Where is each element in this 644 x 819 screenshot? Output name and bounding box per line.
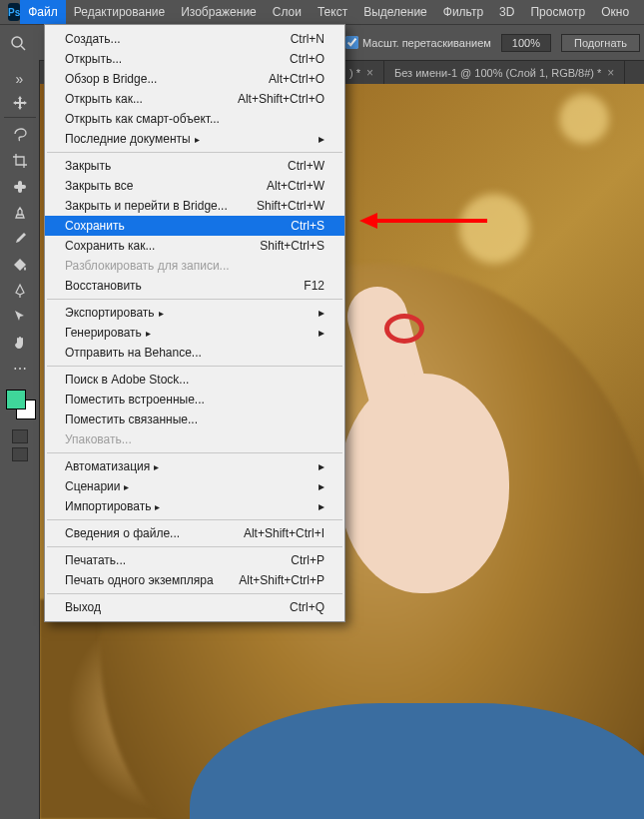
chevron-right-icon: ▸ — [319, 132, 324, 146]
menu-item[interactable]: Сведения о файле...Alt+Shift+Ctrl+I — [45, 523, 344, 543]
menu-separator — [47, 366, 342, 367]
chevron-right-icon: ▸ — [319, 306, 324, 320]
lasso-tool[interactable] — [4, 122, 36, 148]
menu-item-label: Экспортировать — [65, 306, 164, 320]
move-tool[interactable] — [4, 92, 36, 118]
app-icon: Ps — [8, 3, 20, 21]
menu-item-label: Отправить на Behance... — [65, 346, 202, 360]
hand-tool[interactable] — [4, 330, 36, 356]
menu-separator — [47, 519, 342, 520]
doc-tab-2-label: Без имени-1 @ 100% (Слой 1, RGB/8#) * — [394, 61, 601, 85]
menu-item-label: Поместить связанные... — [65, 412, 198, 426]
menu-item[interactable]: Сценарии▸ — [45, 476, 344, 496]
menu-item[interactable]: Импортировать▸ — [45, 496, 344, 516]
menu-item-shortcut: Alt+Shift+Ctrl+O — [238, 92, 324, 106]
quickmask-toggle[interactable] — [12, 429, 28, 443]
menu-item[interactable]: Отправить на Behance... — [45, 343, 344, 363]
crop-tool[interactable] — [4, 148, 36, 174]
menu-item[interactable]: СохранитьCtrl+S — [45, 216, 344, 236]
file-menu-dropdown: Создать...Ctrl+NОткрыть...Ctrl+OОбзор в … — [44, 24, 345, 622]
svg-marker-5 — [359, 213, 377, 229]
menu-item[interactable]: Поместить встроенные... — [45, 390, 344, 410]
close-icon[interactable]: × — [366, 61, 373, 85]
menu-3d[interactable]: 3D — [491, 0, 522, 24]
brush-tool[interactable] — [4, 226, 36, 252]
pen-tool[interactable] — [4, 278, 36, 304]
menu-item[interactable]: Поиск в Adobe Stock... — [45, 370, 344, 390]
screenmode-toggle[interactable] — [12, 447, 28, 461]
menu-item-shortcut: Alt+Ctrl+O — [269, 72, 324, 86]
menu-help[interactable]: С — [637, 0, 644, 24]
menu-item-label: Открыть... — [65, 52, 122, 66]
chevron-right-icon: ▸ — [319, 326, 324, 340]
menu-type[interactable]: Текст — [310, 0, 355, 24]
menu-item[interactable]: ВыходCtrl+Q — [45, 597, 344, 617]
menu-item-shortcut: Ctrl+N — [291, 32, 324, 46]
search-icon[interactable] — [10, 35, 26, 51]
menu-filter[interactable]: Фильтр — [435, 0, 491, 24]
menu-item-label: Упаковать... — [65, 432, 132, 446]
menu-item-shortcut: Ctrl+S — [291, 219, 324, 233]
menu-layer[interactable]: Слои — [265, 0, 310, 24]
menu-separator — [47, 593, 342, 594]
menu-item-shortcut: Alt+Shift+Ctrl+P — [239, 573, 324, 587]
more-tools-icon[interactable]: ⋯ — [4, 356, 36, 382]
menu-item-shortcut: Alt+Shift+Ctrl+I — [244, 526, 324, 540]
menu-item-label: Печатать... — [65, 553, 126, 567]
menu-item[interactable]: Сохранить как...Shift+Ctrl+S — [45, 236, 344, 256]
menu-item-label: Выход — [65, 600, 101, 614]
path-selection-tool[interactable] — [4, 304, 36, 330]
menu-item-label: Создать... — [65, 32, 121, 46]
chevron-right-icon: ▸ — [319, 459, 324, 473]
scrubby-zoom-checkbox[interactable]: Масшт. перетаскиванием — [345, 36, 491, 49]
fit-screen-button[interactable]: Подогнать — [561, 34, 640, 52]
menu-item[interactable]: Генерировать▸ — [45, 323, 344, 343]
menu-separator — [47, 152, 342, 153]
menu-item[interactable]: Создать...Ctrl+N — [45, 29, 344, 49]
menu-item[interactable]: Печатать...Ctrl+P — [45, 550, 344, 570]
menu-item[interactable]: Открыть как смарт-объект... — [45, 109, 344, 129]
menu-item-label: Открыть как... — [65, 92, 143, 106]
doc-tab-1-label: ) * — [349, 61, 360, 85]
menu-item-label: Поиск в Adobe Stock... — [65, 373, 189, 387]
doc-tab-1[interactable]: ) * × — [339, 61, 384, 85]
close-icon[interactable]: × — [607, 61, 614, 85]
menu-item[interactable]: Обзор в Bridge...Alt+Ctrl+O — [45, 69, 344, 89]
zoom-value[interactable]: 100% — [501, 34, 551, 52]
menu-item[interactable]: Закрыть всеAlt+Ctrl+W — [45, 176, 344, 196]
menu-item[interactable]: Открыть...Ctrl+O — [45, 49, 344, 69]
menu-image[interactable]: Изображение — [173, 0, 265, 24]
scrubby-zoom-input[interactable] — [345, 36, 358, 49]
paint-bucket-tool[interactable] — [4, 252, 36, 278]
menu-item[interactable]: Экспортировать▸ — [45, 303, 344, 323]
menu-item[interactable]: Автоматизация▸ — [45, 456, 344, 476]
menu-item-shortcut: Shift+Ctrl+S — [260, 239, 324, 253]
foreground-color-swatch[interactable] — [6, 390, 26, 410]
menu-item[interactable]: Последние документы▸ — [45, 129, 344, 149]
chevron-right-icon: ▸ — [319, 499, 324, 513]
menu-window[interactable]: Окно — [593, 0, 637, 24]
menu-item[interactable]: Закрыть и перейти в Bridge...Shift+Ctrl+… — [45, 196, 344, 216]
menu-item[interactable]: Поместить связанные... — [45, 410, 344, 429]
menu-view[interactable]: Просмотр — [522, 0, 593, 24]
menu-item-label: Сохранить — [65, 219, 125, 233]
menu-item-shortcut: F12 — [304, 279, 324, 293]
menu-edit[interactable]: Редактирование — [66, 0, 173, 24]
menu-item[interactable]: ЗакрытьCtrl+W — [45, 156, 344, 176]
doc-tab-2[interactable]: Без имени-1 @ 100% (Слой 1, RGB/8#) * × — [384, 61, 625, 85]
menu-item[interactable]: Открыть как...Alt+Shift+Ctrl+O — [45, 89, 344, 109]
collapse-icon[interactable]: » — [4, 66, 36, 92]
menu-item[interactable]: ВосстановитьF12 — [45, 276, 344, 296]
menu-item-shortcut: Ctrl+P — [291, 553, 324, 567]
menu-item-label: Сохранить как... — [65, 239, 155, 253]
menu-item-label: Открыть как смарт-объект... — [65, 112, 220, 126]
menu-select[interactable]: Выделение — [355, 0, 435, 24]
healing-brush-tool[interactable] — [4, 174, 36, 200]
color-swatches[interactable] — [4, 390, 36, 421]
menu-item-shortcut: Ctrl+Q — [290, 600, 324, 614]
clone-stamp-tool[interactable] — [4, 200, 36, 226]
menu-file[interactable]: Файл — [20, 0, 66, 24]
menu-item: Упаковать... — [45, 429, 344, 449]
menu-item-label: Печать одного экземпляра — [65, 573, 214, 587]
menu-item[interactable]: Печать одного экземпляраAlt+Shift+Ctrl+P — [45, 570, 344, 590]
